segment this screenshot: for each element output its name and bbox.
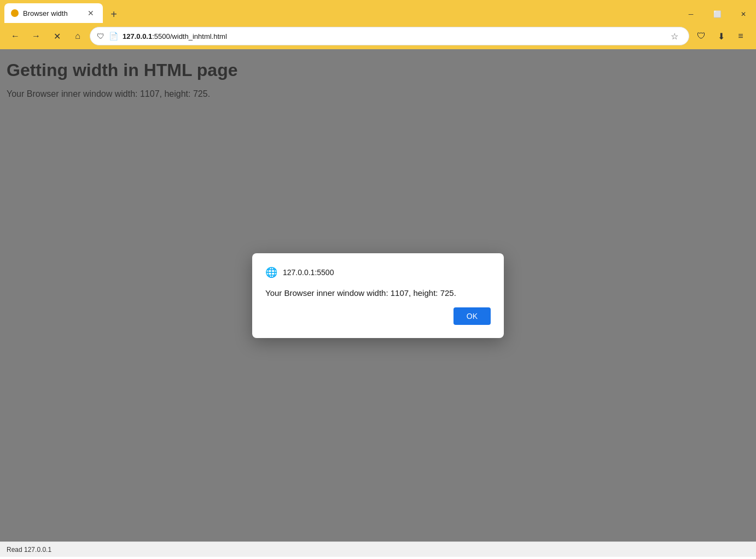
status-bar: Read 127.0.0.1 (0, 541, 756, 557)
dialog-origin: 127.0.0.1:5500 (283, 268, 334, 277)
browser-chrome: Browser width ✕ + ─ ⬜ ✕ ← → ✕ ⌂ 🛡 📄 127.… (0, 0, 756, 49)
tab-close-button[interactable]: ✕ (85, 8, 96, 19)
download-button[interactable]: ⬇ (712, 27, 730, 45)
nav-right-buttons: 🛡 ⬇ ≡ (693, 27, 749, 45)
close-button[interactable]: ✕ (731, 5, 756, 23)
home-button[interactable]: ⌂ (69, 27, 86, 45)
tab-bar: Browser width ✕ + ─ ⬜ ✕ (0, 0, 756, 23)
forward-button[interactable]: → (27, 27, 45, 45)
bookmark-button[interactable]: ☆ (667, 28, 682, 44)
url-host: 127.0.0.1 (123, 32, 152, 40)
dialog-ok-button[interactable]: OK (453, 307, 491, 325)
url-path: :5500/width_inhtml.html (152, 32, 227, 40)
security-shield-icon: 🛡 (97, 32, 104, 40)
page-icon: 📄 (109, 32, 118, 40)
new-tab-button[interactable]: + (105, 5, 123, 23)
dialog-header: 🌐 127.0.0.1:5500 (265, 266, 491, 278)
menu-button[interactable]: ≡ (732, 27, 749, 45)
status-text: Read 127.0.0.1 (7, 546, 51, 554)
back-button[interactable]: ← (7, 27, 24, 45)
reload-button[interactable]: ✕ (48, 27, 66, 45)
alert-dialog: 🌐 127.0.0.1:5500 Your Browser inner wind… (252, 253, 504, 338)
shield-button[interactable]: 🛡 (693, 27, 710, 45)
tab-favicon (11, 9, 19, 17)
globe-icon: 🌐 (265, 266, 277, 278)
tab-title: Browser width (23, 9, 81, 18)
dialog-actions: OK (265, 307, 491, 325)
page-content: Getting width in HTML page Your Browser … (0, 49, 756, 541)
dialog-message: Your Browser inner window width: 1107, h… (265, 287, 491, 299)
dialog-overlay: 🌐 127.0.0.1:5500 Your Browser inner wind… (0, 49, 756, 541)
active-tab[interactable]: Browser width ✕ (4, 3, 103, 23)
window-controls: ─ ⬜ ✕ (678, 5, 756, 23)
address-bar[interactable]: 🛡 📄 127.0.0.1:5500/width_inhtml.html ☆ (90, 27, 689, 45)
navigation-bar: ← → ✕ ⌂ 🛡 📄 127.0.0.1:5500/width_inhtml.… (0, 23, 756, 49)
url-text: 127.0.0.1:5500/width_inhtml.html (123, 32, 662, 40)
browser-window: Browser width ✕ + ─ ⬜ ✕ ← → ✕ ⌂ 🛡 📄 127.… (0, 0, 756, 557)
minimize-button[interactable]: ─ (678, 5, 703, 23)
restore-button[interactable]: ⬜ (705, 5, 730, 23)
